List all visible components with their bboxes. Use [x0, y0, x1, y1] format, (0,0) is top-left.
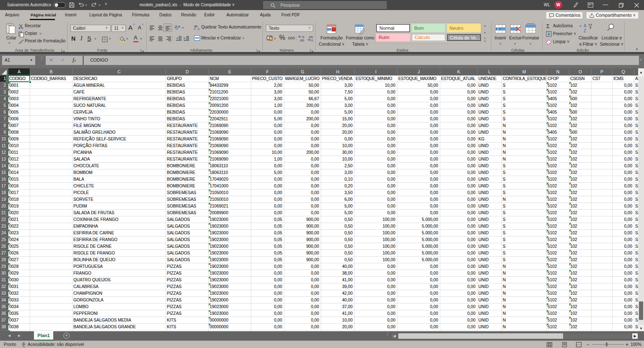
- svg-text:A: A: [584, 23, 587, 28]
- svg-text:.00: .00: [299, 39, 304, 42]
- svg-text:Z: Z: [584, 29, 586, 33]
- svg-text:c: c: [194, 27, 196, 30]
- svg-text:0: 0: [311, 39, 313, 42]
